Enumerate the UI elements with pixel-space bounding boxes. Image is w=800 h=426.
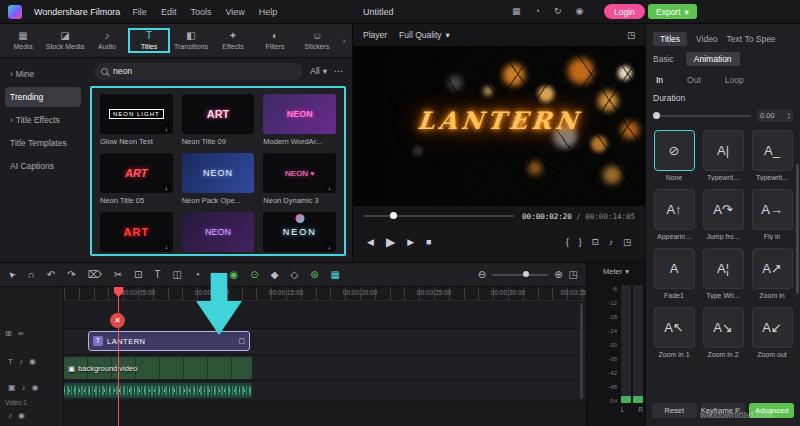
title-thumbnail[interactable]: NEON bbox=[263, 94, 336, 134]
sidebar-item-title-templates[interactable]: Title Templates bbox=[5, 133, 81, 153]
notification-icon[interactable]: ◔ bbox=[535, 6, 540, 16]
tab-titles-properties[interactable]: Titles bbox=[653, 32, 687, 46]
text-tool-icon[interactable]: T bbox=[154, 269, 160, 280]
tab-animation[interactable]: Animation bbox=[686, 52, 740, 66]
title-thumbnail[interactable]: ART ↓ bbox=[100, 212, 173, 252]
stop-icon[interactable]: ■ bbox=[426, 237, 431, 247]
title-item[interactable]: ART Neon Title 09 bbox=[182, 94, 255, 146]
empty-track-lane[interactable] bbox=[64, 301, 586, 329]
crop-icon[interactable]: ⊡ bbox=[134, 269, 142, 280]
link-icon[interactable]: ∞ bbox=[18, 329, 24, 338]
tab-in[interactable]: In bbox=[656, 75, 663, 85]
sidebar-item-mine[interactable]: › Mine bbox=[5, 64, 81, 84]
sync-icon[interactable]: ↻ bbox=[554, 6, 562, 16]
login-button[interactable]: Login bbox=[604, 4, 645, 19]
tab-out[interactable]: Out bbox=[687, 75, 701, 85]
preset-item[interactable]: A↷ Jump fro... bbox=[702, 189, 744, 240]
panel-scrollbar[interactable] bbox=[796, 164, 799, 294]
title-item[interactable]: NEON Modern WordAr... bbox=[263, 94, 336, 146]
visibility-icon[interactable]: ◉ bbox=[29, 357, 36, 366]
chroma-key-icon[interactable]: ⊛ bbox=[310, 269, 318, 280]
keyframe-icon[interactable]: ◇ bbox=[290, 269, 298, 280]
preset-item[interactable]: A↘ Zoom in 2 bbox=[702, 307, 744, 358]
tab-stock-media[interactable]: ◪ Stock Media bbox=[44, 28, 86, 53]
fit-timeline-icon[interactable]: ◳ bbox=[569, 269, 578, 280]
export-button[interactable]: Export ▾ bbox=[648, 4, 697, 19]
seek-bar[interactable] bbox=[363, 215, 514, 217]
title-thumbnail[interactable]: NEON bbox=[182, 212, 255, 252]
detach-player-icon[interactable]: ◳ bbox=[627, 30, 635, 40]
zoom-slider-handle[interactable] bbox=[523, 271, 529, 277]
mute-icon[interactable]: ♪ bbox=[19, 357, 23, 366]
title-item[interactable]: NEON Neon Pack Ope... bbox=[182, 153, 255, 205]
tab-filters[interactable]: ◐ Filters bbox=[254, 28, 296, 53]
search-box[interactable] bbox=[94, 63, 303, 80]
zoom-slider[interactable] bbox=[492, 274, 548, 276]
tab-text-to-speech[interactable]: Text To Spee bbox=[727, 34, 776, 44]
preset-item[interactable]: A Fade1 bbox=[653, 248, 695, 299]
sidebar-item-title-effects[interactable]: › Title Effects bbox=[5, 110, 81, 130]
screen-record-icon[interactable]: ⊙ bbox=[250, 269, 258, 280]
voiceover-record-icon[interactable]: ◉ bbox=[230, 269, 239, 280]
meter-header[interactable]: Meter ▾ bbox=[587, 263, 645, 279]
preset-item[interactable]: A_ Typewrit... bbox=[751, 130, 793, 181]
preset-item[interactable]: A↑ Appearin... bbox=[653, 189, 695, 240]
seek-handle[interactable] bbox=[390, 212, 397, 219]
menu-file[interactable]: File bbox=[132, 7, 147, 17]
reset-button[interactable]: Reset bbox=[652, 403, 697, 418]
mark-out-icon[interactable]: } bbox=[579, 237, 582, 247]
render-preview-icon[interactable]: ▦ bbox=[331, 269, 340, 280]
download-icon[interactable]: ↓ bbox=[162, 242, 171, 251]
mute-icon[interactable]: ♪ bbox=[22, 383, 26, 392]
account-icon[interactable]: ◉ bbox=[576, 6, 584, 16]
title-thumbnail[interactable]: ART ↓ bbox=[100, 153, 173, 193]
download-icon[interactable]: ↓ bbox=[162, 124, 171, 133]
playhead-line[interactable] bbox=[118, 287, 119, 426]
pointer-tool-icon[interactable]: ➤ bbox=[6, 268, 18, 280]
preset-none[interactable]: ⊘ None bbox=[653, 130, 695, 181]
sidebar-item-ai-captions[interactable]: AI Captions bbox=[5, 156, 81, 176]
download-icon[interactable]: ↓ bbox=[325, 183, 334, 192]
visibility-icon[interactable]: ◉ bbox=[18, 411, 25, 420]
tab-basic[interactable]: Basic bbox=[653, 54, 674, 64]
title-thumbnail[interactable]: NEON LIGHT ↓ bbox=[100, 94, 173, 134]
volume-icon[interactable]: ♪ bbox=[609, 237, 613, 247]
video-preview[interactable]: LANTERN bbox=[353, 46, 646, 206]
delete-icon[interactable]: ⌦ bbox=[88, 269, 102, 280]
preset-item[interactable]: A¦ Type Wri... bbox=[702, 248, 744, 299]
scissors-icon[interactable]: ✂ bbox=[114, 269, 122, 280]
duration-value-field[interactable]: 0.00 ▴ ▾ bbox=[757, 109, 793, 122]
more-options-icon[interactable]: ⋯ bbox=[334, 66, 344, 76]
duration-slider[interactable] bbox=[653, 115, 751, 117]
zoom-out-icon[interactable]: ⊖ bbox=[478, 269, 486, 280]
title-thumbnail[interactable]: NEON ↓ bbox=[263, 212, 336, 252]
mark-in-icon[interactable]: { bbox=[566, 237, 569, 247]
menu-view[interactable]: View bbox=[225, 7, 244, 17]
stepper-down-icon[interactable]: ▾ bbox=[788, 116, 790, 120]
title-thumbnail[interactable]: ART bbox=[182, 94, 255, 134]
quality-dropdown[interactable]: Full Quality ▾ bbox=[399, 30, 450, 40]
title-item[interactable]: NEON ↓ Neon Cinema Ti... bbox=[263, 212, 336, 256]
filter-dropdown[interactable]: All ▾ bbox=[310, 66, 327, 76]
tab-media[interactable]: ▦ Media bbox=[2, 28, 44, 53]
speed-icon[interactable]: ◔ bbox=[194, 269, 200, 280]
download-icon[interactable]: ↓ bbox=[162, 183, 171, 192]
tab-effects[interactable]: ✦ Effects bbox=[212, 28, 254, 53]
fullscreen-icon[interactable]: ◳ bbox=[623, 237, 631, 247]
magn-icon[interactable]: ∩ bbox=[28, 269, 35, 280]
tab-overflow-icon[interactable]: › bbox=[338, 36, 350, 46]
duration-steppers[interactable]: ▴ ▾ bbox=[788, 112, 790, 120]
panel-layout-icon[interactable]: ▦ bbox=[512, 6, 521, 16]
title-thumbnail[interactable]: NEON bbox=[182, 153, 255, 193]
search-input[interactable] bbox=[113, 66, 296, 76]
split-icon[interactable]: ◫ bbox=[173, 269, 182, 280]
marker-icon[interactable]: ◆ bbox=[271, 269, 279, 280]
preset-item[interactable]: A| Typewrit... bbox=[702, 130, 744, 181]
preset-item[interactable]: A→ Fly in bbox=[751, 189, 793, 240]
timeline-ruler[interactable]: 00:00:05:00 00:00:10:00 00:00:15:00 00:0… bbox=[64, 287, 586, 301]
sidebar-item-trending[interactable]: Trending bbox=[5, 87, 81, 107]
tab-loop[interactable]: Loop bbox=[725, 75, 744, 85]
title-thumbnail[interactable]: NEON ♥ ↓ bbox=[263, 153, 336, 193]
title-item[interactable]: NEON ♥ ↓ Neon Dynamic 3 bbox=[263, 153, 336, 205]
tab-titles[interactable]: T Titles bbox=[128, 28, 170, 53]
